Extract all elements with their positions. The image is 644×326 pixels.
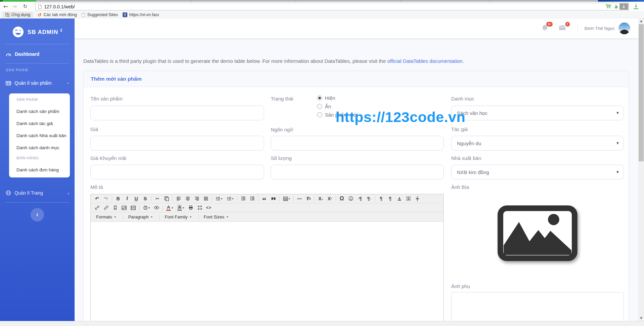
submenu-item-publisher-list[interactable]: Danh sách Nhà xuất bản	[9, 130, 70, 142]
underline-button[interactable]: U	[132, 195, 141, 203]
bookmark-label: https://vi-vn.faceboo	[129, 12, 159, 17]
scrollbar-thumb[interactable]	[639, 24, 644, 161]
back-button[interactable]: ←	[1, 2, 10, 11]
status-radio-hidden[interactable]: Ẩn	[317, 104, 331, 109]
clear-formatting-button[interactable]: Tx	[304, 195, 313, 203]
alerts-button[interactable]: 3+	[542, 24, 550, 33]
insert-image-button[interactable]	[120, 204, 129, 212]
redo-button[interactable]: ↷	[101, 195, 111, 203]
bookmark-recent-tabs[interactable]: ↺ Các tab mới đóng	[38, 12, 77, 17]
insert-media-button[interactable]	[129, 204, 138, 212]
source-code-button[interactable]: <>	[204, 204, 213, 212]
special-character-button[interactable]: Ω	[337, 195, 346, 203]
strikethrough-button[interactable]: S	[141, 195, 150, 203]
insert-link-button[interactable]	[92, 204, 101, 212]
sidebar-item-dashboard[interactable]: Dashboard	[0, 47, 75, 61]
bookmark-suggested-sites[interactable]: Suggested Sites	[82, 12, 118, 17]
datatables-doc-link[interactable]: official DataTables documentation	[387, 58, 463, 64]
status-radio-visible[interactable]: Hiện	[317, 95, 335, 101]
address-bar[interactable]: 127.0.0.1/web/ à ↓	[35, 3, 629, 10]
submenu-item-order-list[interactable]: Danh sách đơn hàng	[9, 164, 70, 176]
quantity-input[interactable]	[271, 165, 444, 179]
radio-icon[interactable]	[317, 104, 322, 109]
scroll-down-arrow[interactable]: ▼	[638, 316, 644, 321]
cut-button[interactable]: ✂	[153, 195, 162, 203]
blockquote-button[interactable]: “	[260, 194, 269, 204]
refresh-button[interactable]: ↻	[21, 2, 30, 11]
copy-button[interactable]	[162, 195, 171, 203]
outdent-button[interactable]	[239, 195, 248, 203]
align-right-button[interactable]	[192, 195, 201, 203]
bookmark-apps[interactable]: Ứng dụng	[3, 12, 33, 18]
font-sizes-menu[interactable]: Font Sizes▾	[200, 213, 233, 221]
sidebar-item-label: Dashboard	[15, 51, 39, 57]
page-break-button[interactable]: ╪	[413, 195, 422, 203]
horizontal-rule-button[interactable]: —	[295, 195, 304, 203]
price-input[interactable]	[90, 136, 264, 151]
visual-chars-button[interactable]: ¶	[386, 195, 395, 203]
user-name[interactable]: Đinh Thế Ngọc	[585, 18, 615, 38]
avatar[interactable]	[618, 23, 630, 34]
vertical-scrollbar[interactable]: ▲ ▼	[638, 18, 644, 321]
font-family-menu[interactable]: Font Family▾	[161, 213, 197, 221]
undo-button[interactable]: ↶	[92, 195, 101, 203]
find-replace-button[interactable]	[269, 195, 278, 203]
align-center-button[interactable]	[183, 195, 192, 203]
url-text[interactable]: 127.0.0.1/web/	[44, 4, 604, 9]
justify-button[interactable]	[201, 195, 210, 203]
category-select[interactable]: Sách văn học▼	[451, 106, 624, 120]
messages-button[interactable]: 7	[559, 24, 567, 33]
publisher-select[interactable]: NXB kim đồng▼	[451, 165, 624, 179]
brand-link[interactable]: SB ADMIN 2	[0, 26, 75, 38]
submenu-item-author-list[interactable]: Danh sách tác giả	[9, 118, 70, 130]
author-select[interactable]: Nguyễn du▼	[451, 136, 624, 151]
anchor-button[interactable]	[111, 204, 120, 212]
italic-button[interactable]: I	[123, 195, 132, 203]
indent-button[interactable]	[248, 195, 257, 203]
scroll-up-arrow[interactable]: ▲	[638, 18, 644, 24]
download-manager-icon[interactable]: ↓	[632, 3, 640, 10]
submenu-heading-products: SẢN PHẨM:	[16, 97, 39, 101]
bold-button[interactable]: B	[114, 195, 123, 203]
bookmark-facebook[interactable]: f https://vi-vn.faceboo	[123, 12, 159, 17]
extra-image-box[interactable]	[451, 292, 624, 321]
language-input[interactable]	[271, 136, 444, 151]
forward-button[interactable]: →	[10, 2, 19, 11]
paragraph-menu[interactable]: Paragraph▾	[125, 213, 158, 221]
datetime-caret[interactable]: ▾	[148, 206, 152, 209]
subscript-button[interactable]: X₂	[316, 195, 325, 203]
remove-link-button[interactable]	[101, 204, 111, 212]
radio-icon[interactable]	[317, 112, 322, 117]
sale-price-input[interactable]	[90, 165, 264, 179]
superscript-button[interactable]: X²	[325, 195, 334, 203]
table-caret[interactable]: ▾	[289, 197, 292, 200]
submenu-item-product-list[interactable]: Danh sách sản phẩm	[9, 106, 70, 118]
print-button[interactable]	[186, 204, 195, 212]
editor-content-area[interactable]	[91, 222, 443, 321]
sidebar-item-manage-page[interactable]: Quản lí Trang ›	[0, 186, 75, 200]
cover-image-placeholder[interactable]	[451, 197, 624, 269]
align-left-button[interactable]	[174, 195, 183, 203]
fullscreen-button[interactable]	[195, 204, 204, 212]
template-button[interactable]	[404, 195, 413, 203]
numbered-list-caret[interactable]: ▾	[232, 197, 235, 200]
insert-template-button[interactable]	[395, 195, 404, 203]
name-input[interactable]	[90, 106, 264, 120]
emoticons-button[interactable]: ☺	[346, 195, 355, 203]
rtl-button[interactable]: ¶‹	[364, 195, 374, 203]
cart-extension-icon[interactable]	[605, 4, 611, 10]
preview-button[interactable]	[152, 204, 161, 212]
status-radio-new[interactable]: Sản phẩm mới	[317, 112, 358, 118]
background-color-caret[interactable]: ▾	[183, 206, 186, 209]
bullet-list-caret[interactable]: ▾	[221, 197, 224, 200]
sidebar-collapse-button[interactable]: ‹	[31, 208, 44, 221]
sidebar-item-manage-products[interactable]: Quản lí sản phẩm ›	[0, 76, 75, 90]
visual-blocks-button[interactable]: ¶	[377, 195, 386, 203]
submenu-item-category-list[interactable]: Danh sách danh mục	[9, 142, 70, 154]
ltr-button[interactable]: ›¶	[355, 195, 364, 203]
radio-selected-icon[interactable]	[317, 95, 322, 100]
download-extension-button[interactable]: ↓	[619, 3, 628, 10]
text-color-caret[interactable]: ▾	[172, 206, 175, 209]
formats-menu[interactable]: Formats▾	[92, 213, 122, 221]
translate-extension-icon[interactable]: à	[615, 4, 618, 9]
